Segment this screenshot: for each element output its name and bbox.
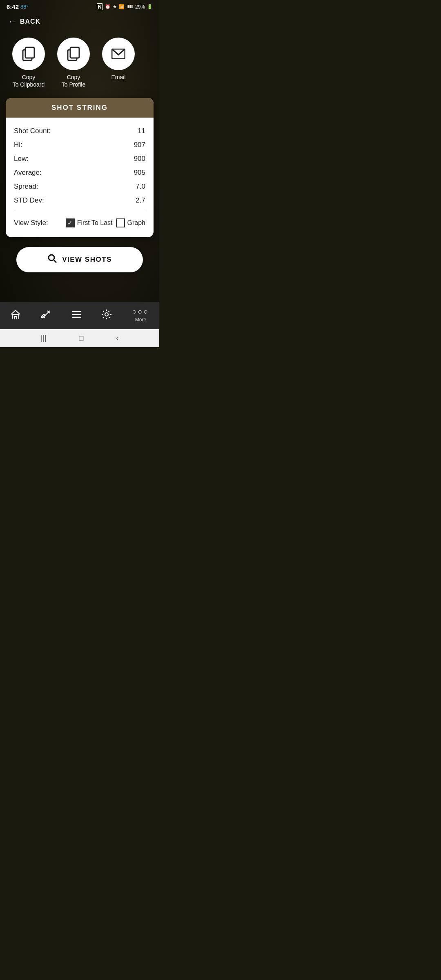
checkbox-first-to-last[interactable]: ✓ First To Last (66, 218, 113, 227)
copy-profile-button[interactable]: CopyTo Profile (57, 38, 90, 88)
copy-clipboard-label: CopyTo Clipboard (13, 74, 45, 88)
checkbox-graph-box (116, 218, 125, 227)
stat-low: Low: 900 (14, 152, 145, 166)
nav-ammo[interactable] (37, 307, 56, 323)
back-arrow-icon: ← (8, 17, 17, 26)
nav-more-label: More (135, 317, 146, 323)
status-temp: 88° (20, 4, 29, 10)
nav-list[interactable] (67, 308, 85, 322)
ammo-icon (41, 309, 51, 321)
settings-icon (101, 309, 112, 321)
stat-shot-count: Shot Count: 11 (14, 124, 145, 138)
view-shots-label: VIEW SHOTS (62, 256, 112, 264)
stat-label-spread: Spread: (14, 183, 38, 191)
stat-value-spread: 7.0 (136, 183, 145, 191)
checkbox-graph-label: Graph (127, 219, 145, 227)
stat-spread: Spread: 7.0 (14, 180, 145, 194)
checkbox-graph[interactable]: Graph (116, 218, 145, 227)
view-style-label: View Style: (14, 219, 48, 227)
status-bar: 6:42 88° N ⏰ ★ 📶 ⅠⅡⅢ 29% 🔋 (0, 0, 159, 12)
stat-value-std-dev: 2.7 (136, 196, 145, 205)
divider (14, 211, 145, 211)
email-label: Email (111, 74, 125, 81)
email-icon-circle (102, 38, 135, 70)
status-time: 6:42 (7, 3, 19, 10)
action-buttons-row: CopyTo Clipboard CopyTo Profile Email (0, 29, 159, 98)
view-style-options: ✓ First To Last Graph (66, 218, 145, 227)
stat-value-low: 900 (134, 155, 145, 163)
back-label: BACK (20, 18, 40, 25)
stat-label-hi: Hi: (14, 141, 22, 149)
shot-string-card: SHOT STRING Shot Count: 11 Hi: 907 Low: … (6, 98, 154, 237)
system-nav-bar: ||| □ ‹ (0, 329, 159, 347)
bluetooth-icon: ★ (113, 4, 117, 9)
stat-std-dev: STD Dev: 2.7 (14, 194, 145, 207)
alarm-icon: ⏰ (105, 4, 111, 9)
stat-value-hi: 907 (134, 141, 145, 149)
stat-hi: Hi: 907 (14, 138, 145, 152)
email-button[interactable]: Email (102, 38, 135, 81)
checkbox-first-to-last-box: ✓ (66, 218, 75, 227)
shot-string-title: SHOT STRING (51, 104, 108, 111)
copy-clipboard-button[interactable]: CopyTo Clipboard (12, 38, 45, 88)
stat-value-shot-count: 11 (138, 127, 145, 135)
back-button[interactable]: ← BACK (0, 12, 49, 29)
nav-more[interactable]: ○○○ More (128, 306, 154, 324)
stat-value-average: 905 (134, 169, 145, 177)
svg-rect-8 (14, 316, 17, 319)
svg-rect-3 (70, 47, 79, 58)
stat-label-std-dev: STD Dev: (14, 196, 44, 205)
wifi-icon: 📶 (119, 4, 125, 9)
nfc-icon: N (97, 3, 103, 10)
list-icon (71, 310, 81, 321)
view-style-row: View Style: ✓ First To Last Graph (14, 214, 145, 229)
status-icons: N ⏰ ★ 📶 ⅠⅡⅢ 29% 🔋 (97, 3, 153, 10)
stat-label-average: Average: (14, 169, 42, 177)
nav-settings[interactable] (97, 307, 116, 323)
checkbox-first-to-last-label: First To Last (77, 219, 113, 227)
search-icon (47, 254, 57, 266)
system-home-icon[interactable]: □ (79, 334, 84, 343)
copy-profile-icon-circle (57, 38, 90, 70)
system-back-icon[interactable]: ‹ (116, 334, 118, 343)
nav-home[interactable] (6, 308, 25, 323)
svg-rect-1 (25, 47, 34, 58)
view-shots-button[interactable]: VIEW SHOTS (16, 247, 143, 272)
home-icon (10, 310, 21, 321)
bottom-nav: ○○○ More (0, 302, 159, 329)
shot-string-header: SHOT STRING (6, 98, 154, 118)
svg-point-5 (49, 255, 54, 261)
svg-point-16 (105, 313, 108, 316)
svg-line-6 (54, 260, 56, 263)
copy-clipboard-icon-circle (12, 38, 45, 70)
copy-profile-label: CopyTo Profile (62, 74, 85, 88)
shot-string-body: Shot Count: 11 Hi: 907 Low: 900 Average:… (6, 118, 154, 237)
stat-average: Average: 905 (14, 166, 145, 180)
battery-icon: 🔋 (147, 4, 153, 9)
signal-icon: ⅠⅡⅢ (127, 4, 133, 9)
stat-label-low: Low: (14, 155, 29, 163)
more-icon: ○○○ (132, 308, 149, 315)
system-recent-icon[interactable]: ||| (41, 334, 47, 343)
stat-label-shot-count: Shot Count: (14, 127, 51, 135)
battery-indicator: 29% (135, 4, 145, 10)
